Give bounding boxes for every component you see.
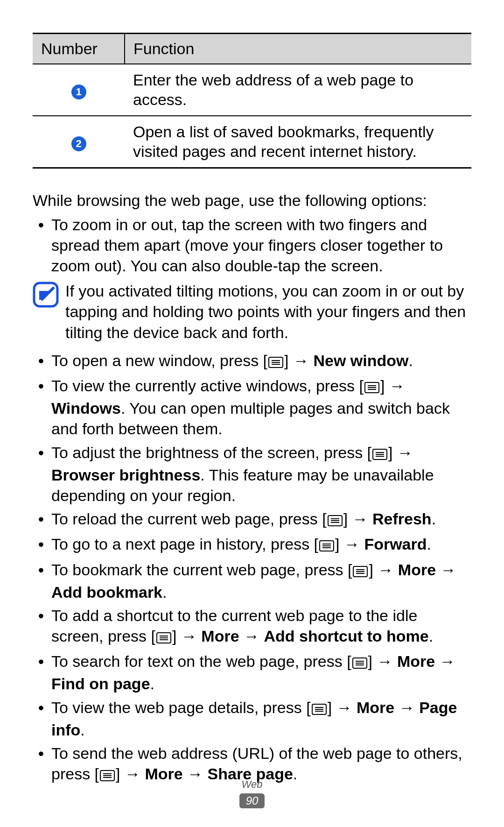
text-span: To reload the current web page, press [ — [51, 510, 327, 528]
text-span: ] — [343, 510, 348, 528]
text-span: → — [385, 377, 405, 395]
list-item: To reload the current web page, press []… — [51, 509, 471, 531]
function-cell: Enter the web address of a web page to a… — [125, 64, 471, 116]
table-header-function: Function — [125, 34, 471, 64]
text-span: . — [150, 675, 154, 693]
text-span: ] — [328, 699, 332, 716]
intro-text: While browsing the web page, use the fol… — [33, 190, 471, 211]
text-span: To search for text on the web page, pres… — [51, 652, 351, 670]
text-span: . — [432, 510, 436, 528]
text-span: → — [289, 352, 314, 369]
footer-section-label: Web — [0, 778, 504, 791]
bold-text: Add bookmark — [51, 583, 162, 601]
bold-text: More — [398, 561, 436, 579]
bold-text: More — [397, 652, 435, 670]
text-span: To bookmark the current web page, press … — [51, 561, 352, 579]
bold-text: Find on page — [51, 675, 150, 693]
text-span: . — [429, 627, 433, 645]
text-span: . — [80, 721, 84, 739]
text-span: . — [162, 583, 167, 601]
number-badge-1: 1 — [71, 85, 86, 99]
menu-icon — [328, 510, 343, 531]
function-table: Number Function 1 Enter the web address … — [33, 33, 471, 169]
text-span: . — [408, 352, 413, 369]
text-span: → — [348, 510, 372, 528]
text-span: To adjust the brightness of the screen, … — [51, 444, 371, 461]
text-span: → — [332, 699, 357, 716]
list-item: To view the currently active windows, pr… — [51, 375, 471, 439]
number-badge-2: 2 — [71, 136, 86, 151]
table-row: 2 Open a list of saved bookmarks, freque… — [33, 116, 471, 168]
text-span: . — [427, 535, 431, 553]
bold-text: More — [201, 627, 239, 645]
text-span: → — [339, 535, 364, 553]
text-span: → — [372, 652, 397, 670]
bold-text: Add shortcut to home — [264, 627, 428, 645]
text-span: → — [436, 561, 456, 579]
text-span: To go to a next page in history, press [ — [51, 535, 318, 553]
options-list-continued: To open a new window, press [] → New win… — [33, 350, 471, 786]
menu-icon — [352, 653, 367, 673]
menu-icon — [156, 628, 171, 648]
table-header-number: Number — [33, 34, 125, 64]
page-footer: Web 90 — [0, 778, 504, 808]
text-span: To open a new window, press [ — [51, 352, 267, 369]
list-item: To adjust the brightness of the screen, … — [51, 442, 471, 506]
text-span: To view the currently active windows, pr… — [51, 377, 364, 395]
document-page: Number Function 1 Enter the web address … — [0, 0, 504, 827]
text-span: → — [239, 627, 264, 645]
text-span: → — [176, 627, 201, 645]
menu-icon — [319, 536, 334, 556]
note-text: If you activated tilting motions, you ca… — [65, 281, 471, 343]
menu-icon — [353, 561, 368, 582]
bold-text: Browser brightness — [51, 466, 200, 484]
table-row: 1 Enter the web address of a web page to… — [33, 64, 471, 116]
bold-text: Forward — [364, 535, 427, 553]
text-span: ] — [388, 444, 392, 461]
note-callout: If you activated tilting motions, you ca… — [33, 281, 471, 343]
bold-text: Windows — [51, 399, 121, 417]
text-span: → — [394, 699, 419, 716]
bold-text: More — [357, 699, 394, 716]
function-cell: Open a list of saved bookmarks, frequent… — [125, 116, 471, 168]
list-item: To search for text on the web page, pres… — [51, 651, 471, 694]
list-item: To zoom in or out, tap the screen with t… — [51, 214, 471, 276]
text-span: → — [373, 561, 398, 579]
bold-text: Refresh — [372, 510, 432, 528]
options-list: To zoom in or out, tap the screen with t… — [33, 214, 471, 276]
menu-icon — [312, 699, 327, 720]
list-item: To go to a next page in history, press [… — [51, 534, 471, 556]
text-span: ] — [380, 377, 385, 395]
list-item: To bookmark the current web page, press … — [51, 559, 471, 602]
text-span: To view the web page details, press [ — [51, 699, 311, 716]
text-span: ] — [368, 652, 372, 670]
menu-icon — [268, 352, 283, 373]
bold-text: New window — [313, 352, 408, 369]
text-span: ] — [369, 561, 373, 579]
list-item: To open a new window, press [] → New win… — [51, 350, 471, 373]
list-item: To add a shortcut to the current web pag… — [51, 605, 471, 648]
list-item: To view the web page details, press [] →… — [51, 697, 471, 740]
text-span: → — [393, 444, 413, 461]
text-span: ] — [284, 352, 288, 369]
page-number-badge: 90 — [239, 793, 265, 808]
text-span: → — [435, 652, 455, 670]
menu-icon — [372, 444, 387, 465]
note-icon — [33, 282, 59, 310]
menu-icon — [364, 377, 379, 398]
